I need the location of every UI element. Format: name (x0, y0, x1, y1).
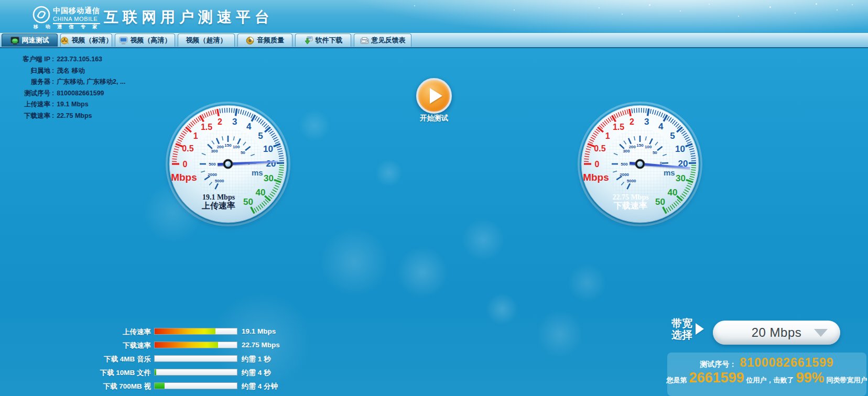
bokeh-circle (568, 264, 606, 302)
sparkle-dot (514, 9, 515, 10)
audio-icon (246, 37, 254, 45)
progress-bar (154, 355, 237, 362)
bandwidth-label-line1: 带宽 (671, 317, 692, 329)
bokeh-circle (462, 219, 504, 261)
progress-fill (155, 328, 215, 334)
gauge-mbps-tick-label: 2 (630, 117, 634, 126)
speed-test-page: 中国移动通信 CHINA MOBILE 移动通信专家 互联网用户测速平台 网速测… (0, 0, 868, 396)
start-test-button[interactable] (416, 78, 452, 114)
tab-video-uhd[interactable]: 视频（超清） (178, 34, 235, 47)
gauge-mbps-tick-label: 1.5 (201, 123, 212, 131)
progress-fill (155, 383, 165, 389)
bandwidth-selected-value: 20 Mbps (752, 325, 802, 340)
bandwidth-label-line2: 选择 (671, 329, 692, 340)
start-test-label: 开始测试 (420, 114, 448, 123)
progress-value: 22.75 Mbps (242, 341, 280, 349)
chevron-down-icon (814, 329, 828, 337)
bokeh-circle (537, 311, 583, 357)
bokeh-circle (375, 159, 403, 186)
progress-row: 上传速率19.1 Mbps (0, 326, 325, 337)
gauge-mbps-tick-label: 1 (605, 131, 610, 140)
gauge-mbps-tick-label: 10 (675, 144, 685, 154)
gauge-mbps-tick-label: 1 (193, 131, 198, 140)
tab-speed-test[interactable]: 网速测试 (2, 34, 58, 47)
upload-gauge: 00.511.523451020304050Mbps05010015020030… (160, 96, 296, 232)
tab-feedback[interactable]: 意见反馈表 (354, 34, 411, 47)
tab-label: 视频（高清） (131, 36, 171, 45)
result-panel: 测试序号： 8100082661599 您是第 2661599 位用户，击败了 … (667, 353, 866, 396)
info-row: 上传速率:19.1 Mbps (5, 100, 125, 109)
gauge-ms-tick-label: 2000 (620, 172, 629, 177)
serial-value: 8100082661599 (740, 356, 833, 370)
bokeh-circle (299, 110, 330, 141)
logo-cn: 中国移动通信 (53, 6, 100, 16)
china-mobile-logo-icon (32, 6, 50, 24)
progress-value: 约需 1 秒 (242, 355, 271, 364)
progress-row: 下载 700MB 视约需 4 分钟 (0, 381, 325, 391)
progress-fill (155, 342, 218, 348)
info-row: 下载速率:22.75 Mbps (5, 112, 125, 120)
info-value: 22.75 Mbps (57, 112, 92, 119)
gauge-ms-tick-label: 5000 (627, 179, 636, 183)
tab-video-hd[interactable]: 视频（高清） (115, 34, 175, 47)
sparkle-dot (769, 6, 771, 8)
rank-number: 2661599 (689, 370, 744, 386)
tab-label: 视频（标清） (72, 36, 113, 45)
sparkle-dot (816, 3, 817, 5)
gauge-ms-tick-label: 300 (623, 149, 630, 153)
progress-row: 下载速率22.75 Mbps (0, 340, 325, 350)
info-value: 茂名 移动 (57, 67, 84, 75)
gauge-mbps-tick-label: 0.5 (182, 144, 193, 153)
speedtest-icon (10, 37, 19, 45)
gauge-mbps-tick-label: 4 (658, 122, 664, 131)
sparkle-dot (599, 7, 600, 8)
gauge-mbps-tick-label: 0 (183, 160, 188, 169)
progress-bar (154, 382, 237, 389)
info-label: 客户端 IP (5, 55, 50, 64)
gauge-ms-unit-label: ms (252, 168, 263, 177)
tab-label: 意见反馈表 (372, 36, 406, 45)
film-icon (60, 37, 69, 45)
gauge-ms-tick-label: 50 (653, 150, 657, 155)
sparkle-dot (414, 5, 415, 6)
progress-value: 约需 4 秒 (242, 368, 271, 378)
rank-middle: 位用户，击败了 (746, 376, 794, 385)
tab-video-sd[interactable]: 视频（标清） (60, 34, 112, 47)
sparkle-dot (738, 16, 739, 17)
gauge-ms-tick-label: 500 (621, 162, 628, 167)
gauge-ms-tick-label: 150 (636, 143, 644, 148)
progress-row: 下载 4MB 音乐约需 1 秒 (0, 354, 325, 364)
logo-text: 中国移动通信 CHINA MOBILE (53, 6, 100, 24)
logo-en: CHINA MOBILE (53, 16, 100, 24)
tab-label: 软件下载 (316, 36, 343, 45)
gauge-ms-tick-label: 500 (209, 162, 216, 167)
gauge-mbps-tick-label: 4 (246, 122, 252, 131)
tab-software-download[interactable]: 软件下载 (295, 34, 351, 47)
gauge-mbps-tick-label: 2 (218, 117, 222, 126)
info-label: 服务器 (5, 78, 50, 86)
gauge-mbps-tick-label: 3 (644, 117, 649, 127)
tab-audio-quality[interactable]: 音频质量 (237, 34, 292, 47)
gauge-mbps-tick-label: 5 (258, 131, 263, 141)
gauge-mbps-tick-label: 30 (676, 173, 686, 183)
gauge-mbps-tick-label: 0 (595, 160, 600, 169)
gauge-unit-label: Mbps (171, 172, 197, 183)
gauge-value-label: 19.1 Mbps (202, 193, 235, 201)
tab-bar: 网速测试视频（标清）视频（高清）视频（超清）音频质量软件下载意见反馈表 (0, 33, 868, 48)
bokeh-circle (321, 228, 388, 295)
gauge-ms-tick-label: 150 (224, 143, 232, 148)
serial-label: 测试序号： (700, 360, 736, 369)
feedback-icon (360, 37, 369, 45)
gauge-mbps-tick-label: 3 (232, 117, 237, 127)
page-title: 互联网用户测速平台 (104, 7, 274, 27)
sparkle-dot (709, 4, 710, 5)
progress-row: 下载 10MB 文件约需 4 秒 (0, 367, 325, 378)
tab-label: 音频质量 (257, 36, 284, 45)
sparkle-dot (852, 4, 853, 5)
bokeh-circle (486, 293, 518, 325)
bandwidth-select[interactable]: 20 Mbps (713, 321, 840, 345)
progress-bar (154, 342, 237, 348)
rank-percent: 99% (796, 370, 824, 386)
gauge-mbps-tick-label: 1.5 (613, 123, 624, 131)
bandwidth-label: 带宽 选择 (671, 317, 692, 340)
